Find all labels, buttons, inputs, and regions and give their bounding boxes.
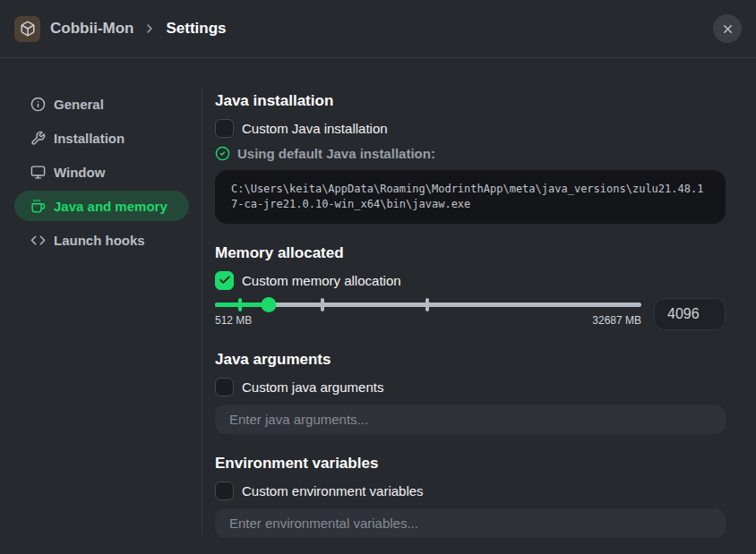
slider-tick (238, 298, 242, 311)
slider-labels: 512 MB 32687 MB (215, 314, 641, 327)
slider-track[interactable] (215, 303, 641, 307)
header: Cobbii-Mon Settings (0, 0, 756, 58)
memory-value-input[interactable]: 4096 (654, 298, 726, 330)
memory-section: Memory allocated Custom memory allocatio… (215, 244, 726, 330)
memory-heading: Memory allocated (215, 244, 726, 262)
custom-environment-variables-toggle[interactable]: Custom environment variables (215, 482, 726, 500)
custom-java-installation-toggle[interactable]: Custom Java installation (215, 119, 726, 138)
sidebar-item-label: General (54, 97, 104, 112)
chevron-right-icon (142, 21, 157, 36)
checkbox-label: Custom environment variables (242, 483, 424, 499)
java-arguments-heading: Java arguments (215, 351, 726, 369)
slider-tick (425, 298, 429, 311)
java-path-code-block: C:\Users\keita\AppData\Roaming\ModrinthA… (215, 170, 726, 224)
sidebar-item-label: Java and memory (54, 199, 168, 214)
default-java-status: Using default Java installation: (215, 146, 726, 161)
slider-thumb[interactable] (261, 297, 276, 312)
environment-variables-heading: Environment variables (215, 455, 726, 473)
java-arguments-input[interactable] (215, 405, 726, 434)
cube-icon (20, 21, 36, 37)
wrench-icon (30, 131, 46, 146)
sidebar-item-java-and-memory[interactable]: Java and memory (14, 191, 189, 221)
checkbox-label: Custom memory allocation (242, 273, 401, 288)
custom-memory-toggle[interactable]: Custom memory allocation (215, 271, 726, 290)
sidebar-item-label: Launch hooks (54, 233, 145, 248)
memory-slider[interactable]: 512 MB 32687 MB (215, 298, 641, 327)
info-icon (30, 97, 46, 112)
checkbox-checked[interactable] (215, 271, 234, 290)
slider-max-label: 32687 MB (592, 314, 641, 327)
checkbox-unchecked[interactable] (215, 378, 234, 396)
sidebar-item-label: Window (54, 165, 105, 180)
close-button[interactable] (713, 14, 742, 43)
close-icon (721, 22, 735, 36)
sidebar-item-installation[interactable]: Installation (14, 123, 189, 153)
code-icon (30, 233, 46, 248)
sidebar-item-label: Installation (54, 131, 125, 146)
check-circle-icon (215, 146, 230, 161)
default-java-status-label: Using default Java installation: (237, 146, 435, 161)
page-title: Settings (166, 20, 226, 38)
memory-slider-row: 512 MB 32687 MB 4096 (215, 298, 726, 330)
settings-sidebar: General Installation Window Java and mem… (0, 89, 202, 259)
environment-variables-section: Environment variables Custom environment… (215, 455, 726, 538)
slider-min-label: 512 MB (215, 314, 252, 327)
monitor-icon (30, 165, 46, 180)
sidebar-divider (202, 88, 202, 535)
sidebar-item-general[interactable]: General (14, 89, 189, 119)
coffee-icon (30, 199, 46, 214)
custom-java-arguments-toggle[interactable]: Custom java arguments (215, 378, 726, 396)
java-installation-heading: Java installation (215, 92, 726, 110)
java-arguments-section: Java arguments Custom java arguments (215, 351, 726, 434)
checkbox-unchecked[interactable] (215, 482, 234, 500)
settings-body: General Installation Window Java and mem… (0, 58, 756, 554)
instance-icon (14, 16, 40, 42)
java-installation-section: Java installation Custom Java installati… (215, 92, 726, 224)
sidebar-item-launch-hooks[interactable]: Launch hooks (14, 225, 189, 255)
environment-variables-input[interactable] (215, 508, 726, 538)
breadcrumb-instance-name[interactable]: Cobbii-Mon (50, 20, 133, 38)
check-icon (219, 274, 231, 286)
checkbox-label: Custom Java installation (242, 121, 388, 136)
settings-content: Java installation Custom Java installati… (215, 92, 726, 554)
sidebar-item-window[interactable]: Window (14, 157, 189, 187)
checkbox-unchecked[interactable] (215, 119, 234, 138)
slider-tick (321, 298, 324, 311)
checkbox-label: Custom java arguments (242, 379, 383, 395)
